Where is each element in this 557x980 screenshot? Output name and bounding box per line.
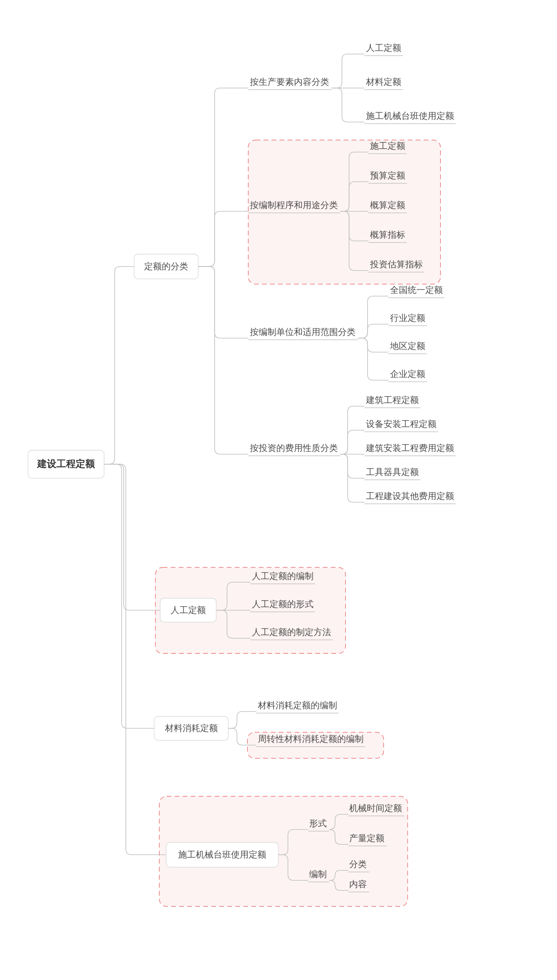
leaf-material-1: 周转性材料消耗定额的编制 [258, 734, 364, 744]
leaf-labor-0: 人工定额的编制 [252, 571, 314, 581]
leaf-mcomp-0: 分类 [349, 859, 367, 869]
leaf-pf-0: 人工定额 [366, 43, 401, 53]
group-by-cost-nature: 按投资的费用性质分类 [250, 443, 338, 453]
root-node-label: 建设工程定额 [36, 458, 95, 469]
connector [332, 54, 361, 88]
connector [340, 430, 361, 454]
leaf-cn-0: 建筑工程定额 [366, 395, 419, 405]
leaf-cn-3: 工具器具定额 [366, 467, 419, 477]
leaf-os-2: 地区定额 [390, 341, 425, 351]
connector [358, 338, 385, 352]
connector [198, 267, 245, 338]
leaf-pu-2: 概算定额 [370, 200, 405, 210]
leaf-os-3: 企业定额 [390, 369, 425, 379]
connector [198, 211, 245, 267]
branch-material-quota-label: 材料消耗定额 [165, 723, 218, 733]
connector [198, 267, 245, 454]
branch-quota-classification-label: 定额的分类 [144, 261, 188, 271]
leaf-material-0: 材料消耗定额的编制 [257, 700, 337, 710]
leaf-mform-1: 产量定额 [349, 833, 384, 843]
connector [358, 324, 385, 338]
leaf-pu-3: 概算指标 [370, 230, 405, 240]
leaf-pf-1: 材料定额 [366, 77, 401, 87]
connector [198, 88, 245, 267]
leaf-os-1: 行业定额 [390, 313, 425, 323]
connector [104, 464, 160, 610]
connector [340, 454, 361, 478]
leaf-cn-2: 建筑安装工程费用定额 [366, 443, 454, 453]
group-by-org-scope: 按编制单位和适用范围分类 [250, 327, 356, 337]
leaf-cn-1: 设备安装工程定额 [366, 419, 436, 429]
group-by-production-factor: 按生产要素内容分类 [250, 77, 329, 87]
leaf-labor-1: 人工定额的形式 [252, 599, 314, 609]
group-machinery-form: 形式 [309, 818, 327, 828]
connector [104, 267, 134, 464]
connector [358, 296, 385, 338]
group-by-procedure-use: 按编制程序和用途分类 [250, 200, 338, 210]
connector [358, 338, 385, 380]
leaf-cn-4: 工程建设其他费用定额 [366, 491, 454, 501]
leaf-pu-0: 施工定额 [370, 141, 405, 151]
connector [228, 711, 253, 728]
branch-machinery-quota-label: 施工机械台班使用定额 [178, 850, 266, 860]
leaf-os-0: 全国统一定额 [390, 285, 443, 295]
group-machinery-compile: 编制 [309, 869, 327, 879]
leaf-pu-4: 投资估算指标 [370, 259, 423, 269]
branch-labor-quota-label: 人工定额 [171, 605, 206, 615]
leaf-pf-2: 施工机械台班使用定额 [366, 111, 454, 121]
connector [104, 464, 154, 728]
connector [332, 88, 361, 122]
leaf-labor-2: 人工定额的制定方法 [252, 627, 331, 637]
leaf-mform-0: 机械时间定额 [349, 803, 402, 813]
connector [104, 464, 166, 855]
leaf-pu-1: 预算定额 [370, 170, 405, 180]
leaf-mcomp-1: 内容 [349, 879, 367, 889]
